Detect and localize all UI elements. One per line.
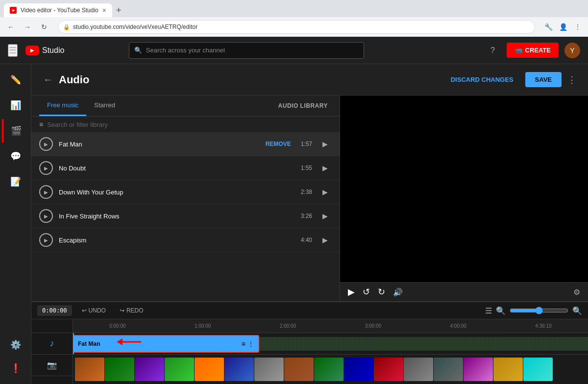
track-preview-btn[interactable]: ▶ [318,137,332,151]
track-name: No Doubt [59,165,295,172]
more-options-button[interactable]: ⋮ [567,74,576,85]
filter-input[interactable] [47,121,332,128]
extension-btn[interactable]: 🔧 [542,21,555,33]
track-preview-btn[interactable]: ▶ [318,185,332,199]
track-item[interactable]: ▶ In Five Straight Rows 3:26 ▶ [31,204,340,228]
volume-btn[interactable]: 🔊 [393,288,403,297]
back-button[interactable]: ← [43,74,53,85]
fast-forward-btn[interactable]: ↻ [378,287,385,297]
subtitles-icon: 📝 [10,176,21,187]
svg-marker-1 [117,338,122,345]
save-button[interactable]: SAVE [525,72,562,87]
track-name: Down With Your Getup [59,189,295,196]
track-item[interactable]: ▶ No Doubt 1:55 ▶ [31,156,340,180]
sidebar-item-settings[interactable]: ⚙️ [2,333,29,357]
track-preview-btn[interactable]: ▶ [318,209,332,223]
comments-icon: 💬 [10,151,21,162]
timeline-ruler: 0:00:00 1:00:00 2:00:00 3:00:00 4:00:00 … [73,319,588,333]
video-thumbnail [254,358,284,381]
track-name: In Five Straight Rows [59,213,295,220]
redo-button[interactable]: ↪ REDO [116,305,147,316]
header-actions: DISCARD CHANGES SAVE ⋮ [445,72,576,87]
video-settings-btn[interactable]: ⚙ [573,288,580,297]
play-button[interactable]: ▶ [39,209,53,223]
clip-icons: ≡ ⋮ [242,340,254,348]
search-bar[interactable]: 🔍 [129,42,364,59]
avatar[interactable]: Y [564,43,580,58]
remove-button[interactable]: REMOVE [262,139,295,149]
studio-label: Studio [42,46,64,55]
zoom-slider[interactable] [510,307,568,314]
back-nav-btn[interactable]: ← [4,20,18,34]
video-thumbnail [523,358,553,381]
red-arrow-svg [117,335,146,349]
fat-man-clip[interactable]: Fat Man ≡ ⋮ [73,335,259,353]
track-list: ▶ Fat Man REMOVE 1:57 ▶ ▶ No Doubt 1:55 … [31,132,340,301]
sidebar-item-feedback[interactable]: ❗ [2,357,29,380]
video-thumbnail [434,358,463,381]
track-preview-btn[interactable]: ▶ [318,161,332,175]
filter-bar: ≡ [31,117,340,132]
play-button[interactable]: ▶ [39,137,53,151]
undo-icon: ↩ [82,307,87,314]
search-input[interactable] [146,47,359,54]
tab-starred[interactable]: Starred [86,96,123,116]
track-item[interactable]: ▶ Fat Man REMOVE 1:57 ▶ [31,132,340,156]
video-preview-panel: ▶ ↺ ↻ 🔊 ⚙ [340,96,588,301]
forward-nav-btn[interactable]: → [21,20,34,34]
video-track [73,355,588,384]
reload-btn[interactable]: ↻ [37,20,51,34]
tab-close-btn[interactable]: × [102,6,106,14]
hamburger-icon[interactable]: ☰ [8,44,18,57]
undo-label: UNDO [89,307,106,314]
timeline-toolbar-right: ☰ 🔍 🔍 [485,306,582,315]
play-button[interactable]: ▶ [39,233,53,247]
sidebar-item-editor[interactable]: 🎬 [2,119,29,143]
tab-free-music[interactable]: Free music [39,96,86,116]
video-thumbnail [404,358,433,381]
play-button[interactable]: ▶ [39,185,53,199]
zoom-out-btn[interactable]: 🔍 [496,306,506,315]
audio-library-link[interactable]: AUDIO LIBRARY [274,96,332,115]
profile-btn[interactable]: 👤 [557,21,569,33]
create-icon: 📹 [514,47,522,54]
sidebar-item-edit[interactable]: ✏️ [2,68,29,92]
discard-button[interactable]: DISCARD CHANGES [445,72,519,87]
address-bar[interactable]: 🔒 studio.youtube.com/video/veVxeuAETRQ/e… [58,20,535,34]
video-thumbnail [195,358,224,381]
ruler-mark: 4:00:00 [416,323,501,329]
video-thumbnails [75,358,553,381]
clip-name: Fat Man [78,340,100,347]
timeline-tracks: ♪ 📷 0:00:00 1:00:00 2:0 [31,319,588,384]
track-preview-btn[interactable]: ▶ [318,233,332,247]
video-thumbnail [344,358,373,381]
sidebar-item-analytics[interactable]: 📊 [2,94,29,117]
sidebar-item-comments[interactable]: 💬 [2,144,29,168]
play-button[interactable]: ▶ [39,161,53,175]
arrow-indicator [117,335,146,351]
sidebar: ✏️ 📊 🎬 💬 📝 ⚙️ ❗ [0,64,31,384]
track-item[interactable]: ▶ Down With Your Getup 2:38 ▶ [31,180,340,204]
help-button[interactable]: ? [485,43,501,58]
timeline-cursor [73,333,74,354]
undo-button[interactable]: ↩ UNDO [78,305,110,316]
sidebar-bottom: ⚙️ ❗ [2,333,29,380]
timeline-menu-btn[interactable]: ☰ [485,306,492,315]
timecode-display: 0:00:00 [37,305,72,316]
video-thumbnail [105,358,134,381]
rewind-btn[interactable]: ↺ [363,287,370,297]
active-tab[interactable]: Video editor - YouTube Studio × [4,3,112,17]
clip-settings-icon[interactable]: ≡ [242,340,245,348]
yt-logo: Studio [25,46,64,55]
zoom-in-btn[interactable]: 🔍 [572,306,582,315]
sidebar-item-subtitles[interactable]: 📝 [2,170,29,193]
more-nav-btn[interactable]: ⋮ [571,21,584,33]
track-item[interactable]: ▶ Escapism 4:40 ▶ [31,228,340,252]
play-pause-btn[interactable]: ▶ [348,287,355,297]
track-duration: 2:38 [301,189,312,195]
clip-more-icon[interactable]: ⋮ [247,340,254,348]
music-track: Fat Man ≡ ⋮ [73,333,588,355]
new-tab-button[interactable]: + [112,3,125,17]
create-button[interactable]: 📹 CREATE [507,43,559,58]
ruler-mark: 0:00:00 [75,323,160,329]
